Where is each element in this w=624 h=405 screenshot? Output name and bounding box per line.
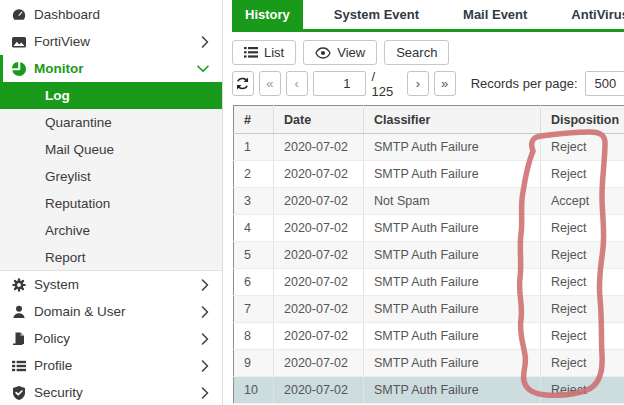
sidebar-item-log[interactable]: Log — [0, 82, 222, 109]
cell-classifier: SMTP Auth Failure — [364, 350, 541, 377]
chevron-right-icon — [201, 279, 209, 291]
sidebar-item-monitor[interactable]: Monitor — [0, 55, 222, 82]
tab-history[interactable]: History — [232, 0, 303, 29]
cell-number: 2 — [234, 161, 274, 188]
view-button[interactable]: View — [303, 40, 377, 65]
table-row[interactable]: 3 2020-07-02 Not Spam Accept — [234, 188, 624, 215]
cell-number: 1 — [234, 134, 274, 161]
sidebar-item-label: System — [34, 277, 79, 292]
sidebar-item-archive[interactable]: Archive — [0, 217, 222, 244]
cell-disposition: Reject — [541, 215, 624, 242]
list-button[interactable]: List — [232, 40, 296, 65]
chevron-right-icon — [201, 333, 209, 345]
cell-date: 2020-07-02 — [274, 215, 364, 242]
cell-number: 8 — [234, 323, 274, 350]
last-page-button[interactable]: » — [434, 71, 456, 96]
sidebar-item-domain-user[interactable]: Domain & User — [0, 298, 222, 325]
list-button-label: List — [264, 45, 284, 60]
sidebar-item-label: Archive — [45, 223, 90, 238]
cell-date: 2020-07-02 — [274, 188, 364, 215]
cell-classifier: SMTP Auth Failure — [364, 215, 541, 242]
pie-chart-icon — [10, 61, 27, 77]
table-row[interactable]: 2 2020-07-02 SMTP Auth Failure Reject — [234, 161, 624, 188]
view-button-label: View — [337, 45, 365, 60]
sidebar-item-dashboard[interactable]: Dashboard — [0, 1, 222, 28]
sidebar-item-report[interactable]: Report — [0, 244, 222, 271]
sidebar-item-fortiview[interactable]: FortiView — [0, 28, 222, 55]
cell-number: 7 — [234, 296, 274, 323]
sidebar-item-mail-queue[interactable]: Mail Queue — [0, 136, 222, 163]
cell-number: 5 — [234, 242, 274, 269]
sidebar-item-label: Dashboard — [34, 7, 100, 22]
cell-disposition: Reject — [541, 323, 624, 350]
cell-date: 2020-07-02 — [274, 377, 364, 404]
chart-icon — [10, 34, 27, 50]
table-row[interactable]: 1 2020-07-02 SMTP Auth Failure Reject — [234, 134, 624, 161]
table-row[interactable]: 9 2020-07-02 SMTP Auth Failure Reject — [234, 350, 624, 377]
cell-date: 2020-07-02 — [274, 296, 364, 323]
cell-disposition: Reject — [541, 134, 624, 161]
cell-classifier: SMTP Auth Failure — [364, 242, 541, 269]
sidebar-item-greylist[interactable]: Greylist — [0, 163, 222, 190]
column-header-classifier[interactable]: Classifier — [364, 106, 541, 134]
cell-classifier: SMTP Auth Failure — [364, 161, 541, 188]
tab-antivirus[interactable]: AntiVirus — [558, 0, 624, 29]
table-row[interactable]: 5 2020-07-02 SMTP Auth Failure Reject — [234, 242, 624, 269]
cell-date: 2020-07-02 — [274, 161, 364, 188]
gauge-icon — [10, 7, 27, 23]
sidebar-item-policy[interactable]: Policy — [0, 325, 222, 352]
tab-mail-event[interactable]: Mail Event — [450, 0, 540, 29]
column-header-number[interactable]: # — [234, 106, 274, 134]
list-icon — [244, 46, 258, 59]
page-number-input[interactable] — [313, 71, 366, 96]
table-header-row: # Date Classifier Disposition — [234, 106, 624, 134]
sidebar-item-profile[interactable]: Profile — [0, 352, 222, 379]
sidebar-item-label: Greylist — [45, 169, 91, 184]
cell-classifier: SMTP Auth Failure — [364, 134, 541, 161]
sidebar-item-security[interactable]: Security — [0, 379, 222, 405]
sidebar-item-label: Log — [45, 88, 70, 103]
sidebar-item-label: Domain & User — [34, 304, 126, 319]
table-row[interactable]: 8 2020-07-02 SMTP Auth Failure Reject — [234, 323, 624, 350]
sidebar-item-reputation[interactable]: Reputation — [0, 190, 222, 217]
cell-classifier: Not Spam — [364, 188, 541, 215]
search-button[interactable]: Search — [384, 40, 449, 65]
sidebar-item-label: Mail Queue — [45, 142, 114, 157]
table-row[interactable]: 6 2020-07-02 SMTP Auth Failure Reject — [234, 269, 624, 296]
policy-document-icon — [10, 331, 27, 347]
tab-bar: History System Event Mail Event AntiViru… — [232, 0, 624, 32]
prev-page-button[interactable]: ‹ — [286, 71, 308, 96]
table-row[interactable]: 10 2020-07-02 SMTP Auth Failure Reject — [234, 377, 624, 404]
cell-disposition: Accept — [541, 188, 624, 215]
page-total-label: / 125 — [372, 69, 399, 99]
first-page-button[interactable]: « — [259, 71, 281, 96]
refresh-button[interactable] — [232, 71, 254, 96]
gear-icon — [10, 277, 27, 293]
cell-date: 2020-07-02 — [274, 350, 364, 377]
tab-system-event[interactable]: System Event — [321, 0, 432, 29]
sidebar-item-label: FortiView — [34, 34, 90, 49]
next-page-button[interactable]: › — [407, 71, 429, 96]
chevron-down-icon — [197, 65, 209, 73]
cell-disposition: Reject — [541, 161, 624, 188]
eye-icon — [315, 47, 331, 59]
table-row[interactable]: 4 2020-07-02 SMTP Auth Failure Reject — [234, 215, 624, 242]
sidebar-item-quarantine[interactable]: Quarantine — [0, 109, 222, 136]
records-per-page-input[interactable] — [585, 71, 624, 96]
column-header-date[interactable]: Date — [274, 106, 364, 134]
sidebar-item-label: Profile — [34, 358, 72, 373]
chevron-right-icon — [201, 387, 209, 399]
cell-disposition: Reject — [541, 269, 624, 296]
column-header-disposition[interactable]: Disposition — [541, 106, 624, 134]
cell-number: 6 — [234, 269, 274, 296]
sidebar-item-label: Report — [45, 250, 86, 265]
table-row[interactable]: 7 2020-07-02 SMTP Auth Failure Reject — [234, 296, 624, 323]
log-table: # Date Classifier Disposition 1 2020-07-… — [233, 105, 624, 404]
shield-check-icon — [10, 385, 27, 401]
app-window: Dashboard FortiView Monitor Log Quaranti… — [0, 0, 624, 405]
cell-classifier: SMTP Auth Failure — [364, 377, 541, 404]
sidebar-item-system[interactable]: System — [0, 271, 222, 298]
cell-disposition: Reject — [541, 350, 624, 377]
sidebar-item-label: Quarantine — [45, 115, 112, 130]
cell-disposition: Reject — [541, 242, 624, 269]
